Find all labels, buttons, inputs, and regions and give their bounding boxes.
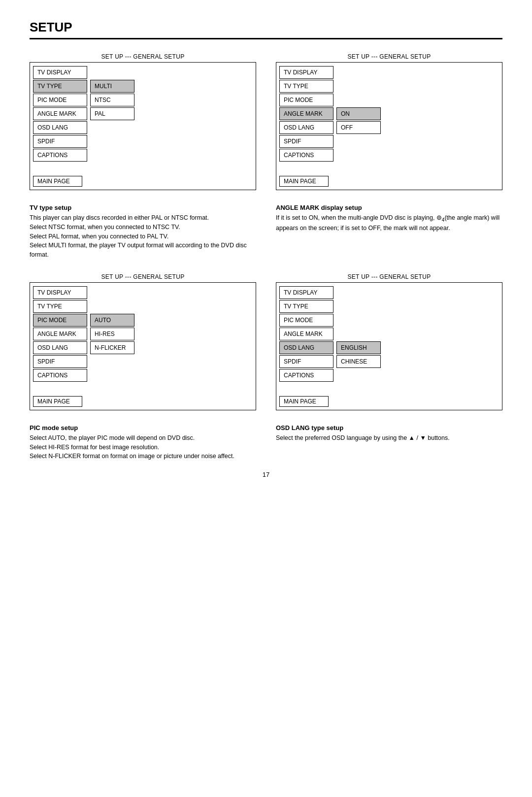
panel-pic-mode: SET UP --- GENERAL SETUP TV DISPLAY TV T… (30, 273, 256, 410)
panel-pic-mode-box: TV DISPLAY TV TYPE PIC MODE AUTO ANGLE M… (30, 282, 256, 410)
menu-row-pic-mode-3: PIC MODE AUTO (30, 313, 256, 327)
menu-option-english[interactable]: ENGLISH (336, 341, 381, 354)
desc-angle-mark-text: If it is set to ON, when the multi-angle… (276, 213, 502, 232)
desc-pic-mode: PIC mode setup Select AUTO, the player P… (30, 424, 256, 461)
menu-row-osd-lang-2: OSD LANG OFF (276, 121, 502, 134)
panel-angle-mark-box: TV DISPLAY TV TYPE PIC MODE ANGLE MARK O… (276, 62, 502, 190)
bottom-panels-row: SET UP --- GENERAL SETUP TV DISPLAY TV T… (30, 273, 502, 410)
menu-item-spdif-4[interactable]: SPDIF (279, 355, 333, 368)
menu-row-angle-mark-1: ANGLE MARK PAL (30, 107, 256, 121)
menu-item-tv-type-2[interactable]: TV TYPE (279, 80, 333, 93)
top-desc-row: TV type setup This player can play discs… (30, 200, 502, 260)
menu-item-osd-lang-2[interactable]: OSD LANG (279, 121, 333, 134)
main-page-row-1: MAIN PAGE (30, 171, 256, 187)
menu-row-tv-type-2: TV TYPE (276, 79, 502, 93)
desc-pic-mode-title: PIC mode setup (30, 424, 256, 432)
menu-item-angle-mark-2[interactable]: ANGLE MARK (279, 107, 333, 120)
panel-osd-lang-box: TV DISPLAY TV TYPE PIC MODE ANGLE MARK O… (276, 282, 502, 410)
menu-item-osd-lang-3[interactable]: OSD LANG (33, 341, 87, 354)
main-page-button-1[interactable]: MAIN PAGE (33, 176, 82, 187)
panel-tv-type-header: SET UP --- GENERAL SETUP (30, 53, 256, 60)
menu-option-hi-res[interactable]: HI-RES (90, 328, 134, 340)
top-panels-row: SET UP --- GENERAL SETUP TV DISPLAY TV T… (30, 53, 502, 190)
menu-row-angle-mark-3: ANGLE MARK HI-RES (30, 327, 256, 341)
menu-item-pic-mode-2[interactable]: PIC MODE (279, 94, 333, 106)
menu-row-osd-lang-3: OSD LANG N-FLICKER (30, 341, 256, 355)
menu-item-pic-mode-4[interactable]: PIC MODE (279, 314, 333, 327)
desc-angle-mark-title: ANGLE MARK display setup (276, 204, 502, 211)
menu-item-tv-display-4[interactable]: TV DISPLAY (279, 286, 333, 299)
menu-item-tv-display-2[interactable]: TV DISPLAY (279, 66, 333, 79)
menu-item-tv-display-1[interactable]: TV DISPLAY (33, 66, 87, 79)
menu-row-tv-display-1: TV DISPLAY (30, 66, 256, 79)
menu-item-tv-type-3[interactable]: TV TYPE (33, 300, 87, 313)
menu-row-angle-mark-4: ANGLE MARK (276, 327, 502, 341)
menu-row-captions-1: CAPTIONS (30, 148, 256, 162)
menu-item-angle-mark-1[interactable]: ANGLE MARK (33, 107, 87, 120)
menu-item-captions-2[interactable]: CAPTIONS (279, 149, 333, 162)
menu-item-captions-3[interactable]: CAPTIONS (33, 369, 87, 382)
menu-row-osd-lang-1: OSD LANG (30, 121, 256, 134)
menu-item-angle-mark-3[interactable]: ANGLE MARK (33, 328, 87, 340)
main-page-row-4: MAIN PAGE (276, 391, 502, 407)
page-number: 17 (30, 471, 502, 478)
menu-row-pic-mode-2: PIC MODE (276, 93, 502, 107)
menu-row-captions-3: CAPTIONS (30, 368, 256, 382)
desc-osd-lang: OSD LANG type setup Select the preferred… (276, 424, 502, 461)
menu-item-angle-mark-4[interactable]: ANGLE MARK (279, 328, 333, 340)
menu-item-tv-type-4[interactable]: TV TYPE (279, 300, 333, 313)
menu-row-tv-display-2: TV DISPLAY (276, 66, 502, 79)
menu-item-pic-mode-1[interactable]: PIC MODE (33, 94, 87, 106)
menu-item-captions-4[interactable]: CAPTIONS (279, 369, 333, 382)
panel-angle-mark: SET UP --- GENERAL SETUP TV DISPLAY TV T… (276, 53, 502, 190)
desc-tv-type: TV type setup This player can play discs… (30, 204, 256, 260)
desc-angle-mark: ANGLE MARK display setup If it is set to… (276, 204, 502, 260)
menu-option-pal[interactable]: PAL (90, 107, 134, 120)
menu-item-osd-lang-4[interactable]: OSD LANG (279, 341, 333, 354)
menu-row-tv-type-4: TV TYPE (276, 299, 502, 313)
menu-row-captions-2: CAPTIONS (276, 148, 502, 162)
menu-item-spdif-2[interactable]: SPDIF (279, 135, 333, 148)
menu-row-tv-type-1: TV TYPE MULTI (30, 79, 256, 93)
main-page-button-2[interactable]: MAIN PAGE (279, 176, 329, 187)
menu-row-spdif-2: SPDIF (276, 134, 502, 148)
menu-option-n-flicker[interactable]: N-FLICKER (90, 341, 134, 354)
panel-tv-type-box: TV DISPLAY TV TYPE MULTI PIC MODE NTSC A… (30, 62, 256, 190)
menu-item-tv-type-1[interactable]: TV TYPE (33, 80, 87, 93)
menu-item-pic-mode-3[interactable]: PIC MODE (33, 314, 87, 327)
menu-item-spdif-3[interactable]: SPDIF (33, 355, 87, 368)
menu-option-off[interactable]: OFF (336, 121, 381, 134)
main-page-row-2: MAIN PAGE (276, 171, 502, 187)
bottom-desc-row: PIC mode setup Select AUTO, the player P… (30, 420, 502, 461)
menu-row-tv-display-4: TV DISPLAY (276, 286, 502, 299)
menu-row-tv-type-3: TV TYPE (30, 299, 256, 313)
panel-tv-type: SET UP --- GENERAL SETUP TV DISPLAY TV T… (30, 53, 256, 190)
menu-row-pic-mode-4: PIC MODE (276, 313, 502, 327)
panel-osd-lang: SET UP --- GENERAL SETUP TV DISPLAY TV T… (276, 273, 502, 410)
panel-osd-lang-header: SET UP --- GENERAL SETUP (276, 273, 502, 280)
desc-tv-type-title: TV type setup (30, 204, 256, 211)
main-page-row-3: MAIN PAGE (30, 391, 256, 407)
menu-option-on[interactable]: ON (336, 107, 381, 120)
menu-item-tv-display-3[interactable]: TV DISPLAY (33, 286, 87, 299)
panel-pic-mode-header: SET UP --- GENERAL SETUP (30, 273, 256, 280)
menu-row-spdif-4: SPDIF CHINESE (276, 355, 502, 368)
panel-angle-mark-header: SET UP --- GENERAL SETUP (276, 53, 502, 60)
menu-option-ntsc[interactable]: NTSC (90, 94, 134, 106)
menu-option-chinese[interactable]: CHINESE (336, 355, 381, 368)
desc-osd-lang-title: OSD LANG type setup (276, 424, 502, 432)
menu-row-angle-mark-2: ANGLE MARK ON (276, 107, 502, 121)
menu-item-spdif-1[interactable]: SPDIF (33, 135, 87, 148)
main-page-button-4[interactable]: MAIN PAGE (279, 396, 329, 407)
menu-item-osd-lang-1[interactable]: OSD LANG (33, 121, 87, 134)
menu-option-auto[interactable]: AUTO (90, 314, 134, 327)
menu-row-spdif-3: SPDIF (30, 355, 256, 368)
desc-pic-mode-text: Select AUTO, the player PIC mode will de… (30, 433, 256, 461)
menu-item-captions-1[interactable]: CAPTIONS (33, 149, 87, 162)
menu-row-pic-mode-1: PIC MODE NTSC (30, 93, 256, 107)
desc-tv-type-text: This player can play discs recorded in e… (30, 213, 256, 260)
menu-row-tv-display-3: TV DISPLAY (30, 286, 256, 299)
menu-option-multi[interactable]: MULTI (90, 80, 134, 93)
menu-row-captions-4: CAPTIONS (276, 368, 502, 382)
main-page-button-3[interactable]: MAIN PAGE (33, 396, 82, 407)
